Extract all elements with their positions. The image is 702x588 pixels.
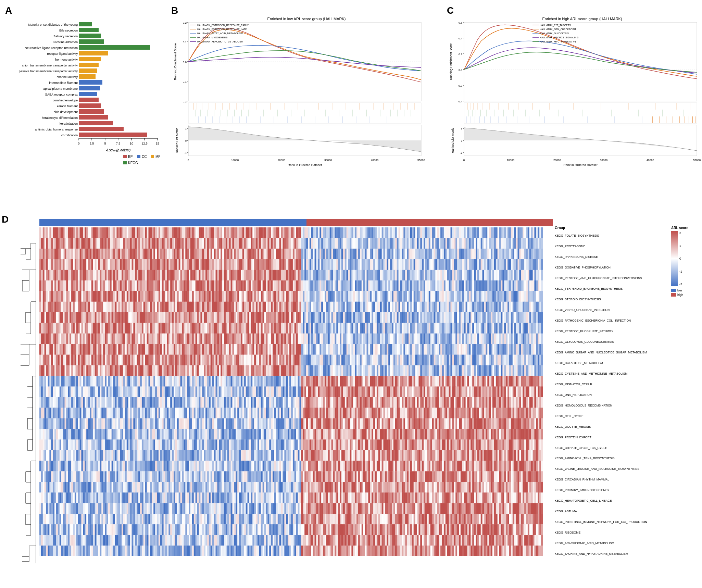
scale-ticks: 2 1 0 -1 -2 — [679, 231, 682, 286]
kegg-label-item: KEGG_HEMATOPOIETIC_CELL_LINEAGE — [555, 496, 668, 506]
svg-text:4: 4 — [185, 128, 187, 130]
dendrogram-svg — [3, 235, 38, 570]
group-label: Group — [555, 226, 668, 230]
low-group-bar — [39, 219, 306, 226]
panel-c-chart: Enriched in high ARL score group (HALLMA… — [449, 15, 702, 217]
svg-text:0: 0 — [185, 140, 187, 142]
svg-text:Running Enrichment Score: Running Enrichment Score — [174, 43, 177, 80]
svg-text:0.4: 0.4 — [459, 37, 463, 40]
svg-text:keratinization: keratinization — [60, 122, 78, 125]
kegg-label-item: KEGG_OXIDATIVE_PHOSPHORYLATION — [555, 262, 668, 273]
kegg-label-item: KEGG_GLYCOLYSIS_GLUCONEOGENESIS — [555, 337, 668, 347]
svg-text:-0.2: -0.2 — [457, 84, 462, 87]
svg-text:channel activity: channel activity — [57, 75, 78, 79]
kegg-label-item: KEGG_GALACTOSE_METABOLISM — [555, 358, 668, 368]
color-scale-legend: ARL score 2 1 0 -1 -2 low — [671, 226, 699, 579]
svg-text:Ranked List Metric: Ranked List Metric — [175, 127, 179, 153]
svg-rect-58 — [137, 155, 140, 158]
panel-b-chart: Enriched in low ARL score group (HALLMAR… — [173, 15, 440, 217]
svg-text:30000: 30000 — [324, 159, 332, 162]
kegg-label-item: KEGG_PROTEIN_EXPORT — [555, 432, 668, 442]
kegg-label-item: KEGG_PENTOSE_PHOSPHATE_PATHWAY — [555, 326, 668, 337]
kegg-label-item: KEGG_TAURINE_AND_HYPOTAURINE_METABOLISM — [555, 549, 668, 559]
svg-text:HALLMARK_MYC_TARGETS_V1: HALLMARK_MYC_TARGETS_V1 — [540, 40, 576, 43]
kegg-label-item: KEGG_FOLATE_BIOSYNTHESIS — [555, 230, 668, 241]
svg-text:HALLMARK_G2M_CHECKPOINT: HALLMARK_G2M_CHECKPOINT — [540, 28, 576, 31]
svg-text:cornified envelope: cornified envelope — [53, 99, 78, 102]
svg-rect-20 — [79, 80, 102, 85]
kegg-label-item: KEGG_PENTOSE_AND_GLUCURONATE_INTERCONVER… — [555, 273, 668, 284]
group-header — [39, 219, 553, 226]
svg-text:10000: 10000 — [507, 159, 515, 162]
panel-a-chart: Maturity onset diabetes of the young Bil… — [7, 18, 164, 216]
panel-c: C Enriched in high ARL score group (HALL… — [445, 3, 702, 209]
panel-a-label: A — [5, 5, 12, 16]
kegg-labels: Group KEGG_FOLATE_BIOSYNTHESISKEGG_PROTE… — [555, 226, 668, 579]
svg-text:0: 0 — [188, 159, 189, 162]
panel-c-label: C — [447, 5, 454, 16]
svg-text:HALLMARK_GLYCOLYSIS: HALLMARK_GLYCOLYSIS — [540, 32, 569, 35]
kegg-label-item: KEGG_TERPENOID_BACKBONE_BIOSYNTHESIS — [555, 284, 668, 294]
svg-text:HALLMARK_MYOGENESIS: HALLMARK_MYOGENESIS — [197, 36, 228, 39]
svg-text:20000: 20000 — [278, 159, 286, 162]
svg-text:55000: 55000 — [693, 159, 701, 162]
kegg-label-item: KEGG_DNA_REPLICATION — [555, 389, 668, 400]
color-scale-container: 2 1 0 -1 -2 — [671, 231, 699, 286]
svg-rect-6 — [79, 39, 104, 44]
svg-text:Ranked List Metric: Ranked List Metric — [451, 127, 454, 153]
high-legend-item: high — [671, 293, 699, 297]
svg-text:-0.4: -0.4 — [457, 100, 462, 103]
color-gradient — [671, 231, 678, 286]
svg-text:antimicrobial humoral response: antimicrobial humoral response — [35, 128, 78, 131]
svg-rect-38 — [79, 133, 147, 137]
kegg-label-item: KEGG_CIRCADIAN_RHYTHM_MAMMAL — [555, 474, 668, 485]
kegg-label-item: KEGG_INTESTINAL_IMMUNE_NETWORK_FOR_IGA_P… — [555, 517, 668, 527]
svg-rect-10 — [79, 51, 108, 55]
svg-text:0.2: 0.2 — [459, 53, 463, 56]
svg-text:keratin filament: keratin filament — [57, 104, 78, 108]
kegg-label-item: KEGG_CYSTEINE_AND_METHIONINE_METABOLISM — [555, 368, 668, 379]
kegg-label-item: KEGG_OOCYTE_MEIOSIS — [555, 421, 668, 432]
svg-text:-0.1: -0.1 — [182, 80, 187, 83]
low-color-box — [671, 289, 676, 292]
kegg-label-item: KEGG_PRIMARY_IMMUNODEFICIENCY — [555, 485, 668, 496]
arl-score-label: ARL score — [671, 226, 699, 230]
kegg-label-item: KEGG_VALINE_LEUCINE_AND_ISOLEUCINE_BIOSY… — [555, 464, 668, 474]
arl-legend: low high — [671, 289, 699, 297]
kegg-label-item: KEGG_PATHOGENIC_ESCHERICHIA_COLI_INFECTI… — [555, 315, 668, 326]
kegg-label-item: KEGG_PROTEASOME — [555, 241, 668, 252]
svg-rect-8 — [79, 45, 150, 50]
svg-text:0: 0 — [463, 159, 465, 162]
svg-text:CC: CC — [142, 155, 147, 159]
svg-text:skin development: skin development — [54, 110, 78, 114]
svg-text:Rank in Ordered Dataset: Rank in Ordered Dataset — [288, 163, 322, 167]
svg-rect-22 — [79, 86, 100, 90]
heatmap-canvas — [39, 227, 543, 556]
kegg-label-item: KEGG_MISMATCH_REPAIR — [555, 379, 668, 389]
svg-text:Nicotine addiction: Nicotine addiction — [53, 40, 78, 44]
panel-b-label: B — [171, 5, 178, 16]
svg-text:2.5: 2.5 — [90, 142, 94, 145]
svg-text:10: 10 — [130, 142, 133, 145]
scale-tick-neg1: -1 — [679, 270, 682, 273]
svg-text:Maturity onset diabetes of the: Maturity onset diabetes of the young — [28, 23, 78, 26]
svg-text:Salivary secretion: Salivary secretion — [53, 35, 78, 38]
svg-rect-0 — [79, 22, 92, 26]
svg-text:HALLMARK_ESTROGEN_RESPONSE_EAR: HALLMARK_ESTROGEN_RESPONSE_EARLY — [197, 24, 249, 27]
low-label: low — [677, 289, 682, 292]
svg-text:-2: -2 — [460, 152, 462, 154]
svg-text:40000: 40000 — [371, 159, 379, 162]
kegg-label-item: KEGG_ASTHMA — [555, 506, 668, 517]
svg-text:intermediate filament: intermediate filament — [49, 81, 78, 85]
svg-text:GABA receptor complex: GABA receptor complex — [45, 93, 78, 96]
panel-b: B Enriched in low ARL score group (HALLM… — [170, 3, 443, 209]
svg-text:KEGG: KEGG — [128, 161, 138, 165]
panel-d-label: D — [2, 214, 9, 225]
legend-area: Group KEGG_FOLATE_BIOSYNTHESISKEGG_PROTE… — [555, 226, 699, 579]
high-group-bar — [306, 219, 553, 226]
panel-c-title: Enriched in high ARL score group (HALLMA… — [542, 17, 622, 21]
svg-text:0.1: 0.1 — [183, 41, 187, 44]
svg-rect-18 — [79, 74, 96, 79]
svg-rect-4 — [79, 34, 101, 38]
svg-text:4: 4 — [461, 128, 462, 130]
